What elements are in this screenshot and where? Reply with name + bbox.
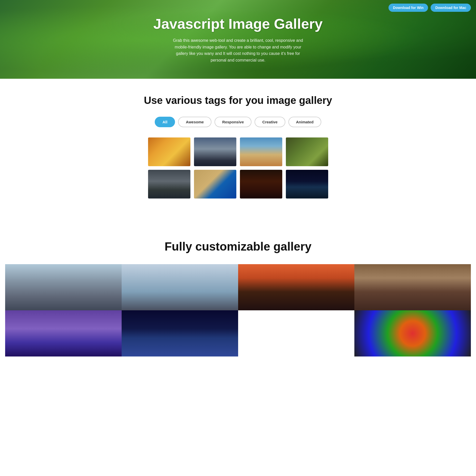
filter-buttons-container: All Awesome Responsive Creative Animated bbox=[155, 117, 321, 127]
gallery-item[interactable] bbox=[240, 170, 282, 199]
gallery-item[interactable] bbox=[240, 137, 282, 166]
custom-section: Fully customizable gallery bbox=[0, 224, 476, 356]
gallery-item[interactable] bbox=[194, 170, 236, 199]
bottom-gallery-item[interactable] bbox=[354, 264, 471, 310]
bottom-gallery-item[interactable] bbox=[122, 264, 238, 310]
filter-responsive-button[interactable]: Responsive bbox=[215, 117, 251, 127]
hero-section: Download for Win Download for Mac Javasc… bbox=[0, 0, 476, 79]
download-mac-button[interactable]: Download for Mac bbox=[431, 4, 471, 12]
filter-animated-button[interactable]: Animated bbox=[288, 117, 321, 127]
bottom-gallery-item[interactable] bbox=[5, 264, 122, 310]
gallery-grid bbox=[148, 137, 328, 199]
tags-section: Use various tags for you image gallery A… bbox=[0, 79, 476, 224]
filter-all-button[interactable]: All bbox=[155, 117, 175, 127]
bottom-gallery-item[interactable] bbox=[238, 264, 355, 310]
filter-creative-button[interactable]: Creative bbox=[255, 117, 285, 127]
bottom-gallery bbox=[5, 264, 471, 356]
hero-title: Javascript Image Gallery bbox=[153, 15, 323, 32]
tags-section-title: Use various tags for you image gallery bbox=[144, 94, 332, 106]
bottom-gallery-item[interactable] bbox=[122, 310, 238, 356]
bottom-gallery-item[interactable] bbox=[5, 310, 122, 356]
gallery-item[interactable] bbox=[148, 137, 190, 166]
hero-description: Grab this awesome web-tool and create a … bbox=[169, 37, 307, 63]
gallery-item[interactable] bbox=[286, 137, 328, 166]
custom-section-title: Fully customizable gallery bbox=[164, 240, 312, 254]
header-buttons: Download for Win Download for Mac bbox=[388, 4, 471, 12]
bottom-gallery-item[interactable] bbox=[354, 310, 471, 356]
bottom-gallery-item[interactable] bbox=[238, 310, 355, 356]
download-win-button[interactable]: Download for Win bbox=[388, 4, 428, 12]
gallery-item[interactable] bbox=[286, 170, 328, 199]
filter-awesome-button[interactable]: Awesome bbox=[178, 117, 211, 127]
gallery-item[interactable] bbox=[194, 137, 236, 166]
gallery-item[interactable] bbox=[148, 170, 190, 199]
